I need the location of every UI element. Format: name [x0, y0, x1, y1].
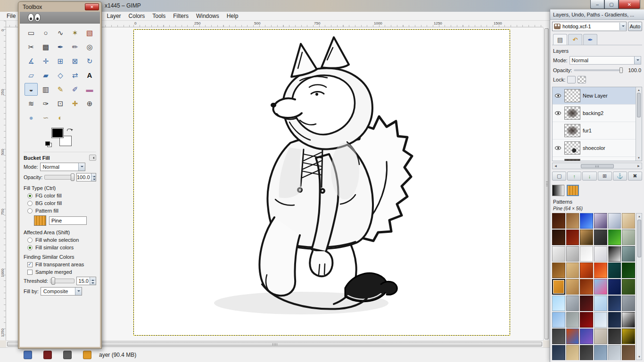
- lock-alpha-button[interactable]: [578, 76, 586, 83]
- airbrush-tool[interactable]: ≋: [25, 97, 38, 110]
- color-picker-tool[interactable]: ✏: [68, 41, 82, 53]
- zoom-tool[interactable]: ◎: [83, 41, 96, 53]
- pattern-cell-8[interactable]: [580, 230, 593, 245]
- layer-opacity-slider[interactable]: [574, 69, 623, 71]
- menu-help[interactable]: Help: [223, 12, 242, 20]
- pattern-cell-48[interactable]: [552, 345, 565, 360]
- pattern-cell-20[interactable]: [580, 263, 593, 278]
- pattern-cell-17[interactable]: [622, 246, 635, 262]
- bucket-fill-tool[interactable]: ◒: [25, 83, 38, 96]
- layer-row-shoecolor[interactable]: shoecolor: [553, 140, 636, 157]
- move-tool[interactable]: ✛: [39, 55, 52, 67]
- foreground-select-tool[interactable]: ▩: [39, 41, 52, 53]
- flip-tool[interactable]: ⇄: [68, 69, 82, 82]
- duplicate-layer-button[interactable]: ⊞: [598, 172, 612, 181]
- pattern-cell-1[interactable]: [566, 213, 579, 229]
- fg-bg-color-area[interactable]: [25, 126, 95, 150]
- pattern-cell-3[interactable]: [594, 213, 607, 229]
- delete-layer-button[interactable]: ✖: [628, 172, 642, 181]
- shear-tool[interactable]: ▰: [39, 69, 52, 82]
- canvas-vertical-scrollbar[interactable]: [543, 27, 550, 340]
- scale-tool[interactable]: ▱: [25, 69, 38, 82]
- pattern-cell-45[interactable]: [594, 329, 607, 344]
- pattern-cell-51[interactable]: [594, 345, 607, 360]
- layer-list-scrollbar[interactable]: ▲▼: [636, 87, 642, 161]
- pattern-cell-2[interactable]: [580, 213, 593, 229]
- pattern-cell-28[interactable]: [608, 279, 621, 295]
- pattern-cell-46[interactable]: [608, 329, 621, 344]
- spin-buttons[interactable]: [90, 277, 96, 285]
- vertical-scroll-thumb[interactable]: [545, 28, 549, 339]
- menu-windows[interactable]: Windows: [192, 12, 223, 20]
- measure-tool[interactable]: ∡: [25, 55, 38, 67]
- pattern-cell-30[interactable]: [552, 296, 565, 311]
- pattern-cell-52[interactable]: [608, 345, 621, 360]
- pattern-cell-9[interactable]: [594, 230, 607, 245]
- pattern-cell-36[interactable]: [552, 312, 565, 328]
- menu-layer[interactable]: Layer: [103, 12, 125, 20]
- opacity-spin[interactable]: 100.0: [76, 173, 96, 181]
- pattern-cell-29[interactable]: [622, 279, 635, 295]
- new-layer-button[interactable]: ▢: [552, 172, 566, 181]
- layer-row-fur1[interactable]: fur1: [553, 122, 636, 140]
- alignment-tool[interactable]: ⊞: [54, 55, 67, 67]
- pattern-cell-44[interactable]: [580, 329, 593, 344]
- slider-handle[interactable]: [619, 67, 623, 73]
- pattern-cell-22[interactable]: [608, 263, 621, 278]
- rectangle-select-tool[interactable]: ▭: [25, 26, 38, 39]
- pattern-cell-23[interactable]: [622, 263, 635, 278]
- affected-fill-whole-selection[interactable]: Fill whole selection: [27, 237, 96, 243]
- visibility-toggle[interactable]: [553, 146, 562, 150]
- swap-colors-icon[interactable]: [66, 127, 73, 132]
- threshold-slider[interactable]: [50, 279, 74, 283]
- pattern-cell-47[interactable]: [622, 329, 635, 344]
- ink-tool[interactable]: ✑: [39, 97, 52, 110]
- toolbox-titlebar[interactable]: Toolbox ✕: [18, 2, 101, 12]
- fill-by-select[interactable]: Composite: [41, 287, 82, 296]
- lower-layer-button[interactable]: ↓: [582, 172, 596, 181]
- fill-type-bg-color-fill[interactable]: BG color fill: [27, 200, 96, 206]
- tab-paths[interactable]: ✒: [583, 34, 597, 45]
- perspective-clone-tool[interactable]: ⊕: [83, 97, 96, 110]
- foreground-color-swatch[interactable]: [51, 128, 64, 138]
- close-button[interactable]: ✕: [619, 0, 640, 9]
- image-select[interactable]: hotdog.xcf-1: [552, 22, 627, 31]
- pattern-cell-32[interactable]: [580, 296, 593, 311]
- fuzzy-select-tool[interactable]: ✶: [68, 26, 82, 39]
- paths-tool[interactable]: ✒: [54, 41, 67, 53]
- text-tool[interactable]: A: [83, 69, 96, 82]
- clone-tool[interactable]: ⊡: [54, 97, 67, 110]
- pattern-cell-42[interactable]: [552, 329, 565, 344]
- fill-type-pattern-fill[interactable]: Pattern fill: [27, 208, 96, 214]
- tab-undo[interactable]: ↶: [568, 34, 582, 45]
- pattern-cell-5[interactable]: [622, 213, 635, 229]
- patterns-scrollbar[interactable]: ▲▼: [636, 213, 642, 360]
- menu-filters[interactable]: Filters: [169, 12, 192, 20]
- select-by-color-tool[interactable]: ▧: [83, 26, 96, 39]
- menu-tools[interactable]: Tools: [149, 12, 169, 20]
- scroll-thumb[interactable]: [581, 164, 614, 168]
- finding-sample-merged[interactable]: Sample merged: [27, 269, 96, 275]
- pattern-cell-43[interactable]: [566, 329, 579, 344]
- pattern-cell-10[interactable]: [608, 230, 621, 245]
- maximize-button[interactable]: ▢: [604, 0, 619, 9]
- pattern-cell-13[interactable]: [566, 246, 579, 262]
- free-select-tool[interactable]: ∿: [54, 26, 67, 39]
- vertical-ruler[interactable]: 025050075010001250: [0, 21, 6, 340]
- pattern-cell-6[interactable]: [552, 230, 565, 245]
- tab-layers[interactable]: ▤: [553, 34, 567, 45]
- default-colors-icon[interactable]: [45, 141, 52, 147]
- slider-handle[interactable]: [71, 173, 74, 181]
- layer-row-backing2[interactable]: backing2: [553, 105, 636, 122]
- menu-file[interactable]: File: [3, 12, 19, 20]
- pattern-cell-53[interactable]: [622, 345, 635, 360]
- layer-row-new-layer[interactable]: New Layer: [553, 87, 636, 105]
- pattern-cell-24[interactable]: [552, 279, 565, 295]
- pattern-cell-16[interactable]: [608, 246, 621, 262]
- pattern-cell-27[interactable]: [594, 279, 607, 295]
- lock-pixels-button[interactable]: [567, 76, 576, 83]
- ellipse-select-tool[interactable]: ○: [39, 26, 52, 39]
- pattern-cell-50[interactable]: [580, 345, 593, 360]
- pattern-cell-19[interactable]: [566, 263, 579, 278]
- active-pattern-swatch[interactable]: [567, 185, 579, 196]
